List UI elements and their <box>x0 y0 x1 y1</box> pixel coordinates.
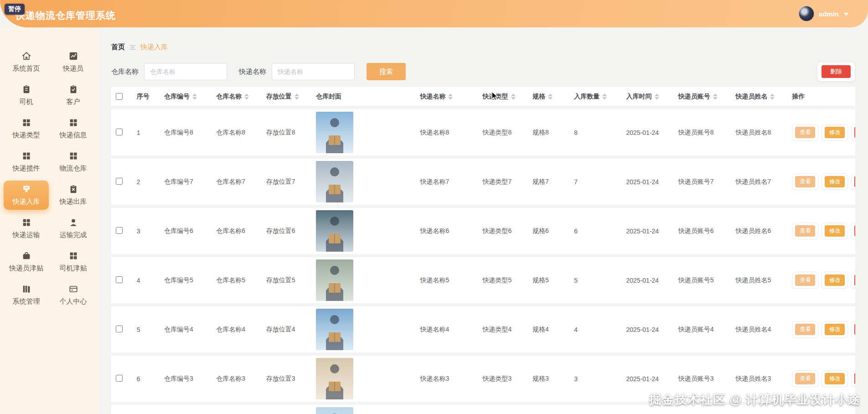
sort-carets-icon[interactable] <box>713 93 718 100</box>
sidebar-item[interactable]: 快递出库 <box>51 181 96 210</box>
sort-carets-icon[interactable] <box>511 93 516 100</box>
delete-button[interactable]: 删除 <box>854 274 855 286</box>
row-checkbox[interactable] <box>116 227 123 234</box>
column-header[interactable]: 快递名称 <box>415 93 478 101</box>
column-header[interactable]: 仓库编号 <box>160 93 212 101</box>
edit-button[interactable]: 修改 <box>825 127 845 138</box>
cell-courier-account: 快递员账号7 <box>674 178 731 186</box>
search-button[interactable]: 搜索 <box>367 63 406 80</box>
warehouse-cover-photo[interactable] <box>316 161 353 202</box>
column-header[interactable]: 快递员账号 <box>674 93 731 101</box>
sidebar-item-label: 快递出库 <box>60 197 87 206</box>
sidebar-item[interactable]: 运输完成 <box>51 214 96 243</box>
warehouse-cover-photo[interactable] <box>316 358 353 399</box>
column-header[interactable] <box>111 93 132 100</box>
view-button[interactable]: 查看 <box>795 176 815 187</box>
warehouse-cover-photo[interactable] <box>316 112 353 153</box>
column-header[interactable]: 入库数量 <box>569 93 621 101</box>
sort-carets-icon[interactable] <box>548 93 553 100</box>
select-all-checkbox[interactable] <box>116 93 123 100</box>
grid-icon <box>21 217 31 228</box>
sidebar: 系统首页 快递员 司机 客户 快递类型 快递信息 快递揽件 物流仓库 快递入库 … <box>0 27 99 414</box>
column-header[interactable]: 操作 <box>787 93 855 101</box>
column-header[interactable]: 规格 <box>528 93 569 101</box>
row-checkbox[interactable] <box>116 276 123 283</box>
chevron-down-icon[interactable] <box>843 13 849 16</box>
table-header-row: 序号 仓库编号 仓库名称 存放位置 仓库封面 快递名称 <box>111 87 855 106</box>
column-header[interactable]: 入库时间 <box>622 93 674 101</box>
edit-button[interactable]: 修改 <box>825 373 845 384</box>
sort-carets-icon[interactable] <box>244 93 249 100</box>
view-button[interactable]: 查看 <box>795 324 815 335</box>
sort-carets-icon[interactable] <box>448 93 453 100</box>
card-icon <box>68 284 78 294</box>
sidebar-item[interactable]: 快递信息 <box>51 114 96 143</box>
delete-button[interactable]: 删除 <box>854 324 855 335</box>
cell-qty: 8 <box>569 129 621 136</box>
sidebar-item[interactable]: 快递员津贴 <box>4 247 49 276</box>
column-header-label: 入库时间 <box>626 93 652 101</box>
sidebar-item[interactable]: 系统首页 <box>4 47 49 77</box>
warehouse-cover-photo[interactable] <box>316 210 353 252</box>
sidebar-item[interactable]: 个人中心 <box>51 280 96 310</box>
view-button[interactable]: 查看 <box>795 127 815 138</box>
sort-carets-icon[interactable] <box>294 93 299 100</box>
sort-carets-icon[interactable] <box>655 93 659 100</box>
sort-carets-icon[interactable] <box>770 93 775 100</box>
row-actions: 查看 修改 删除 <box>792 124 855 141</box>
sort-carets-icon[interactable] <box>602 93 607 100</box>
view-button[interactable]: 查看 <box>795 373 815 384</box>
sort-carets-icon[interactable] <box>192 93 197 100</box>
cell-warehouse-name: 仓库名称8 <box>212 129 261 137</box>
sidebar-item[interactable]: 快递运输 <box>4 214 49 243</box>
cell-courier-account: 快递员账号5 <box>674 276 731 285</box>
column-header[interactable]: 序号 <box>132 93 160 101</box>
view-button[interactable]: 查看 <box>795 225 815 237</box>
warehouse-name-label: 仓库名称 <box>111 67 139 76</box>
column-header[interactable]: 存放位置 <box>262 93 311 101</box>
delete-button[interactable]: 删除 <box>854 373 855 384</box>
top-header: 快递物流仓库管理系统 admin <box>0 0 868 27</box>
edit-button[interactable]: 修改 <box>825 176 845 187</box>
cell-express-type: 快递类型3 <box>478 375 528 383</box>
sidebar-item[interactable]: 司机 <box>4 81 49 110</box>
warehouse-name-input[interactable] <box>144 63 227 80</box>
warehouse-cover-photo[interactable] <box>316 309 353 350</box>
avatar[interactable] <box>799 6 814 21</box>
row-actions: 查看 修改 删除 <box>792 370 855 387</box>
batch-delete-button[interactable]: 删除 <box>822 65 851 78</box>
sidebar-item[interactable]: 系统管理 <box>4 280 49 310</box>
user-menu[interactable]: admin <box>799 6 849 21</box>
express-name-input[interactable] <box>272 63 355 80</box>
edit-button[interactable]: 修改 <box>825 324 845 335</box>
cell-location: 存放位置6 <box>262 227 311 235</box>
delete-button[interactable]: 删除 <box>854 225 855 237</box>
delete-button[interactable]: 删除 <box>854 176 855 187</box>
warehouse-cover-photo[interactable] <box>316 259 353 301</box>
sidebar-item[interactable]: 物流仓库 <box>51 147 96 176</box>
column-header[interactable]: 仓库封面 <box>311 93 415 101</box>
sidebar-item[interactable]: 司机津贴 <box>51 247 96 276</box>
breadcrumb-home[interactable]: 首页 <box>111 43 125 52</box>
sidebar-item[interactable]: 客户 <box>51 81 96 110</box>
warehouse-cover-photo[interactable] <box>316 407 353 414</box>
column-header[interactable]: 仓库名称 <box>212 93 261 101</box>
column-header[interactable]: 快递员姓名 <box>731 93 787 101</box>
sidebar-item[interactable]: 快递类型 <box>4 114 49 143</box>
sidebar-item[interactable]: 快递员 <box>51 47 96 77</box>
row-checkbox[interactable] <box>116 326 123 332</box>
row-checkbox[interactable] <box>116 375 123 382</box>
cell-index: 6 <box>132 375 160 383</box>
delete-button[interactable]: 删除 <box>854 127 855 138</box>
view-button[interactable]: 查看 <box>795 274 815 286</box>
cell-express-type: 快递类型5 <box>478 276 528 285</box>
row-checkbox[interactable] <box>116 129 123 135</box>
edit-button[interactable]: 修改 <box>825 274 845 286</box>
cell-courier-account: 快递员账号3 <box>674 375 731 383</box>
column-header[interactable]: 快递类型 <box>478 93 528 101</box>
edit-button[interactable]: 修改 <box>825 225 845 237</box>
row-checkbox[interactable] <box>116 178 123 185</box>
sidebar-item[interactable]: 快递揽件 <box>4 147 49 176</box>
row-actions: 查看 修改 删除 <box>792 173 855 190</box>
sidebar-item[interactable]: 快递入库 <box>4 181 49 210</box>
